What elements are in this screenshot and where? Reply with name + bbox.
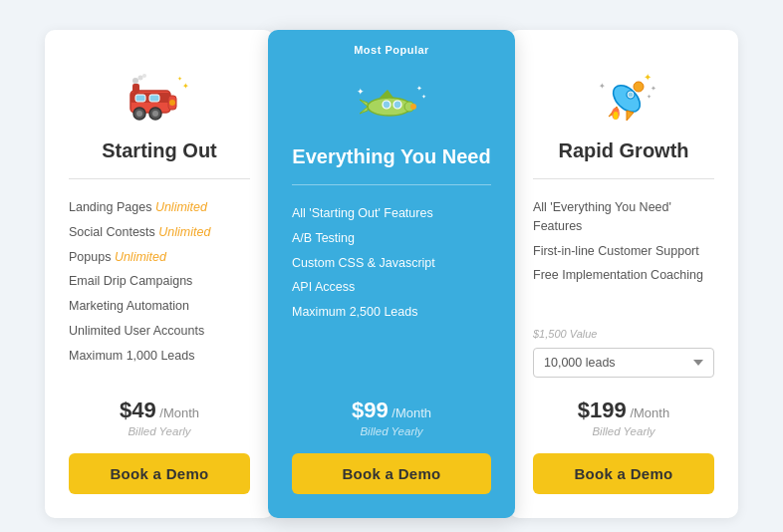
svg-point-9 xyxy=(132,78,138,84)
feature-item: Free Implementation Coaching xyxy=(533,263,714,288)
svg-point-11 xyxy=(142,74,146,78)
svg-text:✦: ✦ xyxy=(644,72,652,83)
divider xyxy=(533,178,714,179)
svg-text:✦: ✦ xyxy=(647,94,652,100)
feature-item: Landing Pages Unlimited xyxy=(69,195,250,220)
most-popular-badge: Most Popular xyxy=(354,44,429,56)
divider xyxy=(292,184,491,185)
svg-text:✦: ✦ xyxy=(651,85,656,92)
svg-rect-2 xyxy=(135,95,145,102)
feature-item: Custom CSS & Javascript xyxy=(292,251,491,276)
feature-item: All 'Starting Out' Features xyxy=(292,201,491,226)
price-amount: $49 xyxy=(120,398,156,422)
plan-price-everything-you-need: $99 /Month Billed Yearly xyxy=(352,398,431,437)
svg-point-27 xyxy=(629,93,634,98)
feature-item: Popups Unlimited xyxy=(69,245,250,270)
svg-point-13 xyxy=(169,100,175,106)
feature-highlight: Unlimited xyxy=(158,225,210,239)
svg-text:✦: ✦ xyxy=(357,87,365,97)
feature-item: First-in-line Customer Support xyxy=(533,239,714,264)
features-list-rapid-growth: All 'Everything You Need' Features First… xyxy=(533,195,714,298)
plan-everything-you-need: Most Popular ✦ ✦ ✦ xyxy=(268,30,515,518)
value-note: $1,500 Value xyxy=(533,328,714,340)
plan-price-starting-out: $49 /Month Billed Yearly xyxy=(120,398,199,437)
svg-point-25 xyxy=(634,82,644,92)
plan-starting-out: ✦ ✦ Starting Out Landing Pages Unlimited… xyxy=(45,30,274,518)
svg-rect-8 xyxy=(132,84,139,93)
book-demo-button-everything-you-need[interactable]: Book a Demo xyxy=(292,453,491,494)
svg-point-20 xyxy=(410,104,416,110)
feature-item: All 'Everything You Need' Features xyxy=(533,195,714,239)
feature-item: Unlimited User Accounts xyxy=(69,319,250,344)
plan-rapid-growth: ✦ ✦ ✦ ✦ Rapid Growth All 'Everything You… xyxy=(509,30,738,518)
svg-point-10 xyxy=(137,75,142,80)
price-period: /Month xyxy=(156,405,199,420)
svg-text:✦: ✦ xyxy=(416,85,422,92)
svg-point-19 xyxy=(383,101,391,109)
feature-item: Email Drip Campaigns xyxy=(69,269,250,294)
divider xyxy=(69,178,250,179)
features-list-starting-out: Landing Pages Unlimited Social Contests … xyxy=(69,195,250,378)
feature-item: A/B Testing xyxy=(292,226,491,251)
leads-dropdown[interactable]: 10,000 leads 25,000 leads 50,000 leads xyxy=(533,348,714,378)
billed-note: Billed Yearly xyxy=(352,425,431,437)
svg-point-7 xyxy=(152,111,158,117)
rocket-icon: ✦ ✦ ✦ ✦ xyxy=(584,68,663,128)
billed-note: Billed Yearly xyxy=(120,425,199,437)
book-demo-button-starting-out[interactable]: Book a Demo xyxy=(69,453,250,494)
svg-text:✦: ✦ xyxy=(177,76,182,82)
pricing-container: ✦ ✦ Starting Out Landing Pages Unlimited… xyxy=(0,0,783,532)
feature-item: API Access xyxy=(292,275,491,300)
svg-text:✦: ✦ xyxy=(599,82,606,91)
svg-point-29 xyxy=(614,112,619,120)
svg-point-18 xyxy=(393,101,401,109)
price-period: /Month xyxy=(389,405,431,420)
svg-text:✦: ✦ xyxy=(182,82,189,91)
price-period: /Month xyxy=(627,405,669,420)
svg-point-5 xyxy=(136,111,142,117)
svg-text:✦: ✦ xyxy=(421,94,426,100)
feature-item: Maximum 2,500 Leads xyxy=(292,300,491,325)
price-amount: $99 xyxy=(352,398,389,422)
book-demo-button-rapid-growth[interactable]: Book a Demo xyxy=(533,453,714,494)
feature-highlight: Unlimited xyxy=(115,250,166,264)
plan-name-starting-out: Starting Out xyxy=(102,139,217,162)
feature-item: Maximum 1,000 Leads xyxy=(69,344,250,369)
billed-note: Billed Yearly xyxy=(578,425,669,437)
train-icon: ✦ ✦ xyxy=(120,68,199,128)
plan-price-rapid-growth: $199 /Month Billed Yearly xyxy=(578,398,669,437)
feature-item: Marketing Automation xyxy=(69,294,250,319)
plan-name-rapid-growth: Rapid Growth xyxy=(558,139,688,162)
plane-icon: ✦ ✦ ✦ xyxy=(352,74,431,133)
price-amount: $199 xyxy=(578,398,627,422)
plan-name-everything-you-need: Everything You Need xyxy=(292,145,490,168)
feature-highlight: Unlimited xyxy=(155,200,207,214)
features-list-everything-you-need: All 'Starting Out' Features A/B Testing … xyxy=(292,201,491,335)
svg-rect-3 xyxy=(149,95,159,102)
feature-item: Social Contests Unlimited xyxy=(69,220,250,245)
